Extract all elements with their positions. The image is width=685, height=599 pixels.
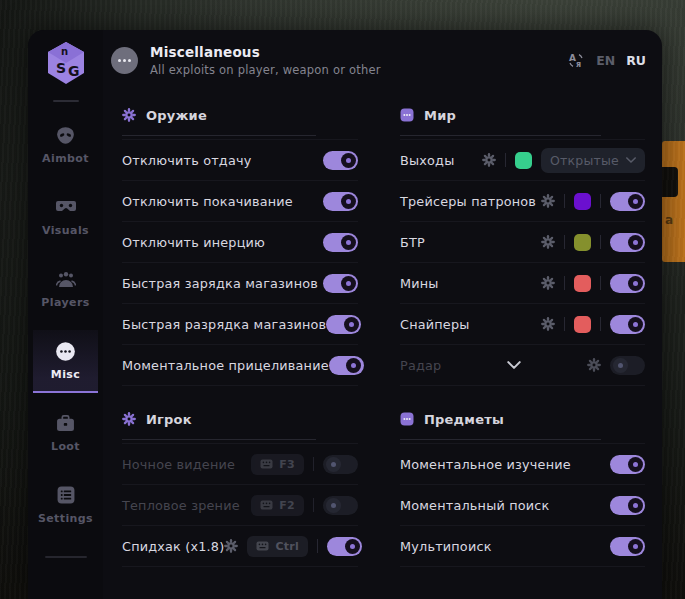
header-titles: Miscellaneous All exploits on player, we…: [150, 44, 567, 77]
hotkey-badge[interactable]: F2: [251, 495, 304, 516]
toggle-switch[interactable]: [610, 274, 645, 293]
color-swatch[interactable]: [574, 275, 591, 292]
dropdown-select[interactable]: Открытые: [541, 148, 645, 173]
toggle-switch[interactable]: [323, 192, 358, 211]
section-divider: [400, 135, 601, 136]
sidebar-item-misc[interactable]: Misc: [33, 330, 98, 393]
feature-label: Моментальное прицеливание: [122, 358, 329, 373]
page-subtitle: All exploits on player, weapon or other: [150, 63, 567, 77]
gear-icon[interactable]: [224, 539, 238, 553]
color-swatch[interactable]: [574, 234, 591, 251]
expand-chevron-icon[interactable]: [507, 361, 521, 369]
section-items: ПредметыМоментальное изучениеМоментальны…: [400, 408, 645, 567]
control-divider: [564, 317, 565, 331]
toggle-switch[interactable]: [610, 192, 645, 211]
control-divider: [564, 276, 565, 290]
color-swatch[interactable]: [515, 152, 532, 169]
toggle-switch[interactable]: [323, 274, 358, 293]
row-controls: [329, 356, 364, 375]
sidebar-item-players[interactable]: Players: [33, 258, 98, 319]
sidebar-item-loot[interactable]: Loot: [33, 402, 98, 463]
feature-label: Отключить покачивание: [122, 194, 293, 209]
toggle-switch[interactable]: [323, 233, 358, 252]
feature-row: Трейсеры патронов: [400, 181, 645, 222]
feature-row: Отключить инерцию: [122, 222, 358, 263]
hotkey-label: F2: [279, 499, 295, 512]
keyboard-icon: [260, 500, 273, 510]
sidebar-item-visuals[interactable]: Visuals: [33, 186, 98, 247]
row-controls: [610, 496, 645, 515]
toggle-switch[interactable]: [610, 233, 645, 252]
sidebar-item-label: Aimbot: [42, 152, 89, 165]
section-world: МирВыходыОткрытыеТрейсеры патроновБТРМин…: [400, 104, 645, 386]
row-controls: [323, 192, 358, 211]
feature-label: Спидхак (x1.8): [122, 539, 224, 554]
feature-label: Отключить инерцию: [122, 235, 265, 250]
column-left: ОружиеОтключить отдачуОтключить покачива…: [122, 104, 358, 589]
toggle-switch[interactable]: [610, 455, 645, 474]
feature-row: Моментальное изучение: [400, 444, 645, 485]
column-right: МирВыходыОткрытыеТрейсеры патроновБТРМин…: [400, 104, 645, 589]
color-swatch[interactable]: [574, 316, 591, 333]
briefcase-icon: [56, 413, 75, 433]
toggle-switch[interactable]: [610, 496, 645, 515]
toggle-switch[interactable]: [323, 455, 358, 474]
vr-goggles-icon: [56, 197, 76, 217]
toggle-switch[interactable]: [610, 537, 645, 556]
row-controls: [541, 315, 645, 334]
gear-icon[interactable]: [541, 235, 555, 249]
toggle-switch[interactable]: [323, 151, 358, 170]
row-controls: [610, 455, 645, 474]
feature-row: Ночное видениеF3: [122, 444, 358, 485]
feature-label: Отключить отдачу: [122, 153, 251, 168]
keyboard-icon: [260, 459, 273, 469]
section-divider: [122, 439, 316, 440]
hotkey-badge[interactable]: Ctrl: [247, 536, 308, 557]
toggle-switch[interactable]: [610, 315, 645, 334]
feature-label: Моментальный поиск: [400, 498, 550, 513]
gear-icon[interactable]: [587, 358, 601, 372]
lang-en-button[interactable]: EN: [596, 53, 615, 68]
feature-label: Быстрая разрядка магазинов: [122, 317, 326, 332]
feature-label: Радар: [400, 358, 441, 373]
gear-icon[interactable]: [541, 317, 555, 331]
lang-ru-button[interactable]: RU: [626, 53, 646, 68]
toggle-switch[interactable]: [323, 496, 358, 515]
gear-icon[interactable]: [541, 194, 555, 208]
toggle-switch[interactable]: [327, 537, 362, 556]
row-controls: [587, 356, 645, 375]
control-divider: [600, 317, 601, 331]
header: Miscellaneous All exploits on player, we…: [103, 30, 662, 90]
control-divider: [600, 194, 601, 208]
gear-icon[interactable]: [541, 276, 555, 290]
sidebar-item-settings[interactable]: Settings: [33, 474, 98, 535]
toggle-switch[interactable]: [610, 356, 645, 375]
feature-row: Радар: [400, 345, 645, 386]
sidebar-item-label: Players: [41, 296, 89, 309]
gear-icon[interactable]: [482, 153, 496, 167]
sidebar-item-label: Visuals: [42, 224, 89, 237]
row-controls: F2: [251, 495, 358, 516]
sidebar-item-label: Settings: [38, 512, 93, 525]
control-divider: [317, 539, 318, 553]
color-swatch[interactable]: [574, 193, 591, 210]
sidebar-item-aimbot[interactable]: Aimbot: [33, 114, 98, 175]
hotkey-badge[interactable]: F3: [251, 454, 304, 475]
feature-row: Моментальный поиск: [400, 485, 645, 526]
control-divider: [600, 235, 601, 249]
row-controls: Ctrl: [224, 536, 362, 557]
chevron-down-icon: [626, 157, 636, 163]
section-weapon: ОружиеОтключить отдачуОтключить покачива…: [122, 104, 358, 386]
misc-tab-badge-icon: [111, 47, 138, 74]
control-divider: [313, 498, 314, 512]
toggle-switch[interactable]: [326, 315, 361, 334]
translate-icon[interactable]: A я: [567, 52, 585, 69]
section-title: Мир: [424, 108, 456, 123]
toggle-switch[interactable]: [329, 356, 364, 375]
feature-label: БТР: [400, 235, 425, 250]
feature-label: Выходы: [400, 153, 454, 168]
feature-label: Мины: [400, 276, 439, 291]
dots-square-icon: [400, 412, 414, 426]
section-rows: ВыходыОткрытыеТрейсеры патроновБТРМиныСн…: [400, 139, 645, 386]
feature-row: Отключить отдачу: [122, 140, 358, 181]
